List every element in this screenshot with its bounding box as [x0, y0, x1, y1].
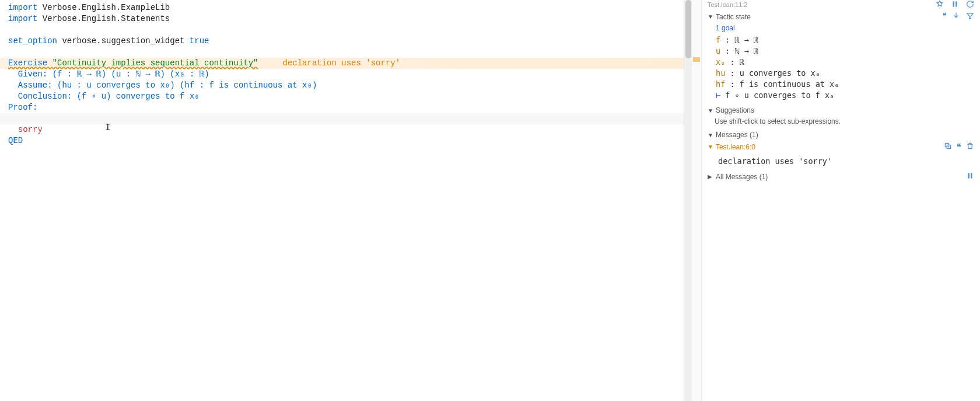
pause-icon[interactable]: [966, 172, 974, 182]
collapse-arrow-icon[interactable]: ▼: [708, 13, 715, 20]
message-source[interactable]: Test.lean:6:0: [716, 143, 755, 151]
assume-body: (hu : u converges to x₀) (hf : f is cont…: [57, 81, 317, 90]
svg-rect-1: [956, 1, 957, 6]
copy-icon[interactable]: [944, 142, 952, 152]
set-option-keyword: set_option: [8, 36, 57, 46]
given-keyword: Given:: [8, 69, 52, 79]
info-pane: Test.lean:11:2 ▼ Tactic state ❝ 1 goal: [701, 0, 980, 401]
hypothesis-row[interactable]: u : ℕ → ℝ: [716, 46, 972, 57]
svg-rect-0: [953, 1, 954, 6]
hyp-colon: :: [725, 79, 739, 89]
suggestions-hint: Use shift-click to select sub-expression…: [702, 116, 980, 129]
hyp-type: ℕ → ℝ: [735, 46, 759, 55]
code-line-conclusion[interactable]: Conclusion: (f ∘ u) converges to f x₀: [8, 91, 676, 102]
goal-body: f ∘ u converges to f x₀: [725, 90, 834, 100]
info-tab-label: Test.lean:11:2: [708, 1, 748, 8]
turnstile-icon: ⊢: [716, 90, 725, 100]
hyp-name: u: [716, 46, 720, 55]
message-body: declaration uses 'sorry': [702, 153, 980, 169]
collapse-arrow-icon[interactable]: ▼: [708, 107, 715, 114]
quote-icon[interactable]: ❝: [943, 12, 946, 22]
message-item[interactable]: ▼ Test.lean:6:0 ❝: [702, 141, 980, 153]
code-line-exercise[interactable]: Exercise "Continuity implies sequential …: [0, 58, 684, 69]
hyp-name: x₀: [716, 57, 725, 67]
code-line-blank[interactable]: [8, 25, 676, 36]
suggestions-header[interactable]: ▼ Suggestions: [702, 104, 980, 116]
filter-icon[interactable]: [966, 12, 974, 22]
code-line-sorry[interactable]: sorry: [8, 124, 676, 135]
svg-rect-4: [968, 173, 970, 178]
quote-icon[interactable]: ❝: [957, 142, 961, 152]
pause-icon[interactable]: [951, 0, 959, 9]
info-breadcrumb: Test.lean:11:2: [702, 0, 980, 11]
hyp-name: hu: [716, 68, 725, 78]
hyp-type: ℝ: [740, 57, 744, 67]
code-line-qed[interactable]: QED: [8, 135, 676, 147]
hypothesis-row[interactable]: x₀ : ℝ: [716, 57, 972, 68]
true-literal: true: [190, 36, 209, 46]
sorry-keyword: sorry: [8, 125, 43, 134]
proof-keyword: Proof:: [8, 103, 37, 112]
editor-pane[interactable]: import Verbose.English.ExampleLib import…: [0, 0, 684, 401]
arrow-down-icon[interactable]: [952, 12, 960, 22]
hyp-name: hf: [716, 79, 725, 89]
hypothesis-row[interactable]: hf : f is continuous at x₀: [716, 79, 972, 90]
hyp-name: f: [716, 35, 720, 44]
refresh-icon[interactable]: [966, 0, 974, 9]
conclusion-keyword: Conclusion:: [8, 92, 77, 101]
suggestions-label: Suggestions: [716, 106, 754, 114]
collapse-arrow-icon[interactable]: ▼: [708, 144, 713, 150]
hyp-colon: :: [720, 46, 734, 55]
hypothesis-row[interactable]: f : ℝ → ℝ: [716, 34, 972, 46]
hyp-type: u converges to x₀: [740, 68, 820, 78]
hyp-colon: :: [725, 57, 739, 67]
messages-header[interactable]: ▼ Messages (1): [702, 129, 980, 141]
all-messages-header[interactable]: ▶ All Messages (1): [702, 169, 980, 184]
collapse-arrow-icon[interactable]: ▼: [708, 132, 715, 138]
pin-icon[interactable]: [936, 0, 944, 9]
tactic-state-label: Tactic state: [716, 13, 751, 21]
code-line-proof[interactable]: Proof:: [8, 102, 676, 113]
exercise-title: "Continuity implies sequential continuit…: [52, 58, 258, 68]
goal-count: 1 goal: [702, 23, 980, 33]
trash-icon[interactable]: [966, 142, 974, 152]
hyp-type: f is continuous at x₀: [740, 79, 839, 89]
qed-keyword: QED: [8, 136, 23, 145]
exercise-keyword: Exercise: [8, 58, 52, 68]
import-keyword: import: [8, 3, 37, 12]
code-line-blank[interactable]: [8, 47, 676, 58]
code-line-setoption[interactable]: set_option verbose.suggestion_widget tru…: [8, 36, 676, 47]
hypothesis-row[interactable]: hu : u converges to x₀: [716, 68, 972, 79]
inline-warning: declaration uses 'sorry': [258, 58, 400, 68]
expand-arrow-icon[interactable]: ▶: [708, 173, 715, 180]
set-option-name: verbose.suggestion_widget: [57, 36, 190, 46]
code-line-assume[interactable]: Assume: (hu : u converges to x₀) (hf : f…: [8, 80, 676, 91]
tactic-state-header[interactable]: ▼ Tactic state ❝: [702, 11, 980, 23]
import-path: Verbose.English.Statements: [37, 14, 170, 23]
hyp-colon: :: [725, 68, 739, 78]
goal-row[interactable]: ⊢ f ∘ u converges to f x₀: [716, 90, 972, 101]
editor-scrollbar[interactable]: [684, 0, 692, 401]
minimap-warning-mark: [693, 57, 700, 62]
code-line-cursor[interactable]: [0, 113, 684, 124]
scrollbar-thumb[interactable]: [685, 0, 691, 58]
messages-label: Messages (1): [716, 131, 758, 139]
code-line-import-1[interactable]: import Verbose.English.ExampleLib: [8, 2, 676, 13]
svg-rect-5: [971, 173, 972, 178]
import-path: Verbose.English.ExampleLib: [37, 3, 170, 12]
conclusion-body: (f ∘ u) converges to f x₀: [77, 92, 200, 101]
assume-keyword: Assume:: [8, 81, 57, 90]
code-line-import-2[interactable]: import Verbose.English.Statements: [8, 13, 676, 25]
import-keyword: import: [8, 14, 37, 23]
code-line-given[interactable]: Given: (f : ℝ → ℝ) (u : ℕ → ℝ) (x₀ : ℝ): [8, 69, 676, 80]
given-body: (f : ℝ → ℝ) (u : ℕ → ℝ) (x₀ : ℝ): [52, 69, 209, 79]
all-messages-label: All Messages (1): [716, 173, 768, 181]
hyp-colon: :: [720, 35, 734, 44]
hyp-type: ℝ → ℝ: [735, 35, 759, 44]
tactic-state-block[interactable]: f : ℝ → ℝ u : ℕ → ℝ x₀ : ℝ hu : u conver…: [702, 33, 980, 104]
editor-minimap[interactable]: [692, 0, 701, 401]
